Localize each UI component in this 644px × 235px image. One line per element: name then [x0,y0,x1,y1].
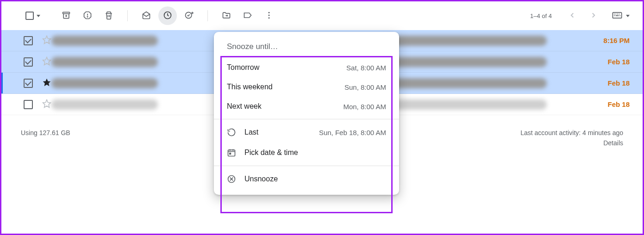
move-to-button[interactable] [217,6,236,25]
snooze-last-time[interactable]: Last Sun, Feb 18, 8:00 AM [214,122,399,142]
option-label: Tomorrow [227,63,259,72]
svg-rect-17 [616,15,619,16]
row-checkbox[interactable] [24,57,33,67]
chevron-left-icon [568,11,576,21]
svg-rect-18 [619,15,620,16]
mark-unread-button[interactable] [137,6,156,25]
archive-icon [62,11,71,21]
option-detail: Mon, 8:00 AM [343,103,386,111]
mail-open-icon [142,11,151,21]
menu-separator [214,166,399,166]
input-tools-button[interactable] [612,12,630,20]
svg-rect-24 [230,153,231,155]
snooze-pick-date-time[interactable]: Pick date & time [214,142,399,163]
pager-text: 1–4 of 4 [530,12,552,19]
svg-point-3 [87,16,88,17]
option-label: Last [244,128,258,136]
star-toggle[interactable] [42,56,51,67]
label-icon [243,11,252,21]
activity-text: Last account activity: 4 minutes ago [520,129,623,136]
labels-button[interactable] [238,6,257,25]
svg-point-10 [269,17,270,19]
star-filled-icon [42,81,51,88]
snooze-option-next-week[interactable]: Next week Mon, 8:00 AM [214,97,399,116]
folder-move-icon [222,11,231,21]
star-toggle[interactable] [42,99,51,110]
more-vert-icon [264,11,274,21]
svg-point-8 [269,12,270,13]
chevron-right-icon [589,11,598,21]
spam-icon [83,11,92,21]
row-checkbox[interactable] [24,79,33,88]
row-time: 8:16 PM [588,37,630,44]
toolbar: 1–4 of 4 [1,1,643,30]
history-icon [227,128,236,137]
star-toggle[interactable] [42,78,51,88]
option-detail: Sun, Feb 18, 8:00 AM [319,129,386,136]
snooze-option-tomorrow[interactable]: Tomorrow Sat, 8:00 AM [214,58,399,77]
more-button[interactable] [260,6,278,25]
divider [207,10,208,21]
svg-marker-22 [43,100,51,108]
option-label: Unsnooze [244,175,278,183]
svg-rect-12 [614,13,615,14]
star-icon [42,60,51,67]
option-detail: Sat, 8:00 AM [346,64,386,72]
cancel-icon [227,174,236,184]
row-time: Feb 18 [588,100,630,108]
snooze-menu: Snooze until… Tomorrow Sat, 8:00 AM This… [214,32,399,195]
row-checkbox[interactable] [24,100,33,109]
divider [127,10,128,21]
option-label: This weekend [227,83,273,91]
option-detail: Sun, 8:00 AM [344,83,386,91]
svg-marker-20 [43,57,51,65]
snooze-unsnooze[interactable]: Unsnooze [214,169,399,189]
details-link[interactable]: Details [520,139,623,147]
newer-button[interactable] [563,6,581,25]
star-icon [42,38,51,46]
svg-rect-15 [619,13,620,14]
snooze-option-weekend[interactable]: This weekend Sun, 8:00 AM [214,77,399,97]
add-task-icon [184,11,194,21]
archive-button[interactable] [57,6,75,25]
svg-rect-0 [63,12,70,13]
add-to-tasks-button[interactable] [180,6,198,25]
option-label: Next week [227,102,262,111]
svg-marker-19 [43,36,51,44]
report-spam-button[interactable] [78,6,97,25]
snooze-button[interactable] [158,6,177,25]
row-time: Feb 18 [588,58,630,66]
snooze-menu-title: Snooze until… [214,41,399,58]
select-all-checkbox[interactable] [23,10,43,22]
storage-text: Using 127.61 GB [21,129,70,147]
app-frame: 1–4 of 4 8:16 PM [0,0,644,235]
svg-rect-16 [614,15,615,16]
chevron-down-icon [626,15,630,17]
row-time: Feb 18 [588,79,630,87]
svg-rect-13 [616,13,617,14]
clock-icon [163,11,172,21]
star-toggle[interactable] [42,35,51,46]
star-icon [42,102,51,110]
svg-rect-23 [228,150,235,156]
option-label: Pick date & time [244,148,298,157]
row-checkbox[interactable] [24,36,33,45]
menu-separator [214,119,399,119]
calendar-icon [227,148,236,157]
delete-button[interactable] [100,6,118,25]
older-button[interactable] [584,6,603,25]
chevron-down-icon [37,15,40,17]
trash-icon [104,11,113,21]
svg-marker-21 [43,79,51,87]
svg-rect-14 [617,13,618,14]
svg-point-9 [269,14,270,16]
keyboard-icon [612,12,622,20]
